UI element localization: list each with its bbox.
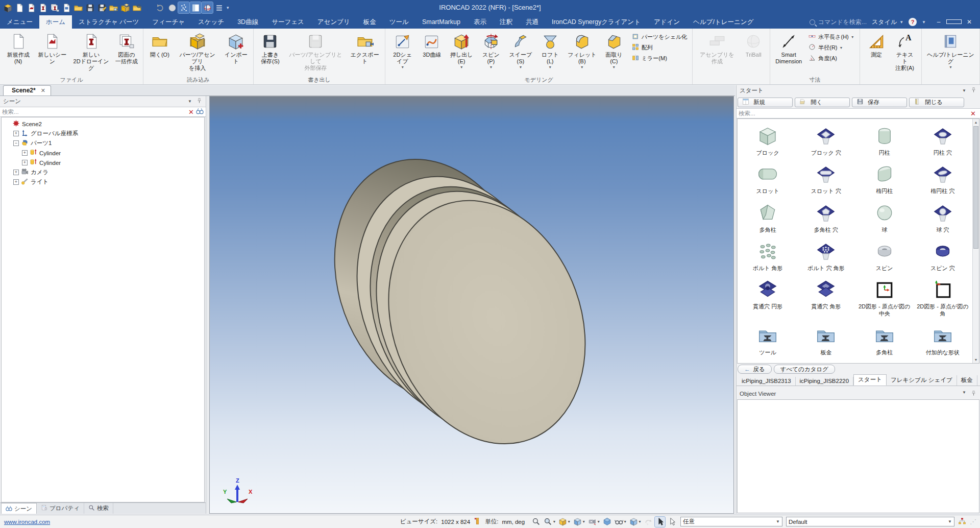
scene-browser-icon[interactable] (61, 2, 72, 13)
cube-blue2-icon[interactable] (628, 517, 639, 527)
restore-button[interactable] (946, 18, 962, 26)
catalog-tab-icPiping_JISB2313[interactable]: icPiping_JISB2313 (738, 377, 796, 386)
dropdown-arrow-icon[interactable]: ▼ (489, 65, 493, 69)
open-icon[interactable] (72, 2, 84, 13)
dropdown-arrow-icon[interactable]: ▼ (582, 520, 585, 523)
ribbon-tab-注釈[interactable]: 注釈 (493, 15, 519, 29)
ribbon-tab-アドイン[interactable]: アドイン (647, 15, 687, 29)
pin-icon[interactable] (970, 87, 977, 94)
new-scene-icon[interactable] (26, 2, 37, 13)
dropdown-arrow-icon[interactable]: ▼ (401, 65, 404, 69)
zoom-icon[interactable] (531, 517, 541, 527)
tree-item-Cylinder[interactable]: +Cylinder (2, 148, 204, 158)
catalog-tab-板金[interactable]: 板金 (957, 375, 977, 386)
material-icon[interactable] (166, 2, 178, 13)
tree-expander-icon[interactable]: − (13, 140, 19, 146)
catalog-item-多角柱[interactable]: 多角柱 (739, 198, 797, 236)
catalog-item-貫通穴 角形[interactable]: 貫通穴 角形 (797, 275, 855, 321)
ribbon-tab-メニュー[interactable]: メニュー (0, 15, 39, 29)
catalog-item[interactable] (855, 359, 914, 364)
tree-item-ライト[interactable]: +ライト (2, 177, 204, 187)
ribbon-tab-共通[interactable]: 共通 (519, 15, 545, 29)
undo-icon[interactable] (143, 2, 154, 13)
ribbon-button-2Dシェイプ[interactable]: 2Dシェイプ▼ (387, 30, 418, 75)
ribbon-tab-ストラクチャ パーツ[interactable]: ストラクチャ パーツ (72, 15, 145, 29)
resize-grip[interactable]: ⋰ (970, 518, 977, 525)
catalog-item-板金[interactable]: 板金 (797, 321, 855, 359)
tree-expander-icon[interactable]: + (13, 179, 19, 185)
catalog-item-多角柱 穴[interactable]: 多角柱 穴 (797, 198, 855, 236)
batch-drawing-creation-icon[interactable] (49, 2, 60, 13)
save-as-icon[interactable] (96, 2, 107, 13)
tree-expander-icon[interactable]: + (22, 150, 28, 156)
help-dropdown-icon[interactable]: ▼ (922, 20, 926, 25)
catalog-search-input[interactable]: 検索... ✕ (737, 108, 980, 118)
ribbon-button-開く(O)[interactable]: 開く(O) (145, 30, 174, 75)
catalog-menu-icon[interactable]: ▼ (962, 88, 966, 93)
style-button[interactable]: スタイル▼ (872, 18, 903, 27)
clear-search-icon[interactable]: ✕ (968, 110, 978, 117)
catalog-item-円柱[interactable]: 円柱 (855, 121, 914, 159)
ribbon-button-Smart-Dimension[interactable]: Smart Dimension (772, 30, 805, 75)
catalog-item-球 穴[interactable]: 球 穴 (914, 198, 972, 236)
dropdown-arrow-icon[interactable]: ▼ (567, 520, 571, 523)
ribbon-button-測定[interactable]: 測定 (862, 30, 891, 75)
tree-item-パーツ1[interactable]: −パーツ1 (2, 138, 204, 148)
tree-item-Cylinder[interactable]: +Cylinder (2, 158, 204, 167)
pin-icon[interactable] (970, 390, 977, 398)
catalog-item-ツール[interactable]: ツール (739, 321, 797, 359)
cube-yellow-icon[interactable] (557, 517, 568, 527)
catalog-item-貫通穴 円形[interactable]: 貫通穴 円形 (739, 275, 797, 321)
units-value[interactable]: mm, deg (502, 519, 527, 525)
ribbon-button-エクスポート[interactable]: エクスポート (347, 30, 382, 75)
all-catalogs-button[interactable]: すべてのカタログ (774, 365, 835, 374)
select-cursor-icon[interactable] (655, 517, 665, 527)
ribbon-button-新しいシーン[interactable]: 新しいシーン (34, 30, 70, 75)
ribbon-button-配列[interactable]: 配列 (631, 43, 688, 52)
dropdown-arrow-icon[interactable]: ▼ (623, 520, 627, 523)
tree-expander-icon[interactable]: + (13, 131, 19, 136)
ribbon-button-新規作成(N)[interactable]: 新規作成(N) (2, 30, 34, 75)
catalog-閉じる-button[interactable]: 閉じる (909, 98, 964, 107)
left-tab-検索[interactable]: 検索 (84, 503, 113, 514)
tree-item-カメラ[interactable]: +カメラ (2, 167, 204, 177)
dropdown-arrow-icon[interactable]: ▼ (552, 520, 556, 523)
ironcad-link[interactable]: www.ironcad.com (0, 519, 50, 525)
ribbon-button-テキスト-注釈(A)[interactable]: Aテキスト 注釈(A) (891, 30, 919, 75)
catalog-item-スピン[interactable]: スピン (855, 236, 914, 275)
ribbon-button-半径(R)[interactable]: 半径(R)▼ (808, 43, 854, 52)
visibility-glasses-icon[interactable] (614, 517, 624, 527)
display-prism-icon[interactable] (602, 517, 612, 527)
scrollbar-thumb[interactable] (973, 126, 978, 249)
dropdown-arrow-icon[interactable]: ▼ (460, 65, 463, 69)
dropdown-arrow-icon[interactable]: ▼ (519, 65, 522, 69)
configuration-select[interactable]: Default▼ (786, 517, 954, 526)
catalog-item-円柱 穴[interactable]: 円柱 穴 (914, 121, 972, 159)
dropdown-arrow-icon[interactable]: ▼ (612, 65, 616, 69)
help-icon[interactable]: ? (909, 18, 917, 26)
configurations-icon[interactable] (958, 517, 966, 526)
ribbon-button-スイープ(S)[interactable]: スイープ(S)▼ (505, 30, 536, 75)
tree-expander-icon[interactable]: + (13, 170, 19, 175)
catalog-item-スロット 穴[interactable]: スロット 穴 (797, 159, 855, 198)
catalog-保存-button[interactable]: 保存 (852, 98, 907, 107)
catalog-item-付加的な形状[interactable]: 付加的な形状 (914, 321, 972, 359)
catalog-item[interactable]: UG (914, 359, 972, 364)
dropdown-arrow-icon[interactable]: ▼ (580, 65, 584, 69)
select-cursor-2-icon[interactable] (667, 517, 677, 527)
ribbon-tab-ホーム[interactable]: ホーム (39, 15, 72, 29)
ribbon-tab-3D曲線[interactable]: 3D曲線 (231, 15, 265, 29)
scroll-down-icon[interactable]: ▼ (973, 356, 979, 363)
ribbon-button-ミラー(M)[interactable]: ミラー(M) (631, 54, 688, 63)
ribbon-button-3D曲線[interactable]: 3D曲線 (418, 30, 446, 75)
binoculars-icon[interactable] (196, 107, 204, 116)
close-button[interactable]: ✕ (962, 18, 977, 26)
ribbon-tab-SmartMarkup[interactable]: SmartMarkup (415, 15, 467, 29)
catalog-item-ブロック 穴[interactable]: ブロック 穴 (797, 121, 855, 159)
scroll-up-icon[interactable]: ▲ (973, 119, 979, 126)
scene-search-input[interactable]: 検索... ✕ (0, 107, 206, 117)
catalog-item-ボルト 角形[interactable]: ボルト 角形 (739, 236, 797, 275)
catalog-item-2D図形 - 原点が図の角[interactable]: 2D図形 - 原点が図の角 (914, 275, 972, 321)
ribbon-tab-ヘルプ/トレーニング[interactable]: ヘルプ/トレーニング (687, 15, 760, 29)
dropdown-arrow-icon[interactable]: ▼ (597, 520, 600, 523)
